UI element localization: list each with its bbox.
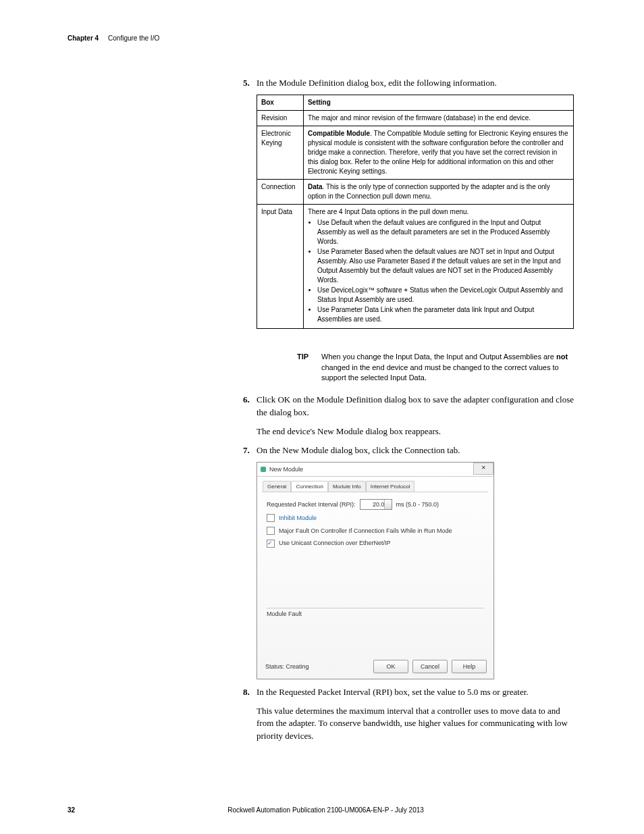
tab-general[interactable]: General: [263, 481, 291, 492]
inhibit-checkbox[interactable]: [267, 514, 275, 522]
ok-button[interactable]: OK: [373, 660, 408, 673]
tip-block: TIP When you change the Input Data, the …: [297, 352, 576, 383]
rpi-input[interactable]: 20.0: [360, 499, 392, 510]
step-5-text: In the Module Definition dialog box, edi…: [257, 77, 576, 89]
step-6-text: Click OK on the Module Definition dialog…: [257, 394, 576, 418]
rpi-range: ms (5.0 - 750.0): [396, 500, 439, 509]
list-item: Use DeviceLogix™ software + Status when …: [317, 286, 569, 305]
step-7: 7. On the New Module dialog box, click t…: [243, 444, 576, 457]
table-row: Input Data There are 4 Input Data option…: [257, 205, 574, 329]
inhibit-label: Inhibit Module: [279, 514, 317, 523]
th-box: Box: [257, 95, 304, 111]
cell-box: Electronic Keying: [257, 126, 304, 180]
major-fault-checkbox[interactable]: [267, 527, 275, 535]
after-step-6-text: The end device's New Module dialog box r…: [257, 425, 576, 438]
help-button[interactable]: Help: [452, 660, 487, 673]
module-fault-label: Module Fault: [267, 610, 302, 617]
cancel-button[interactable]: Cancel: [412, 660, 448, 673]
cell-setting: There are 4 Input Data options in the pu…: [303, 205, 573, 329]
step-5: 5. In the Module Definition dialog box, …: [243, 77, 576, 89]
publication-id: Rockwell Automation Publication 2100-UM0…: [68, 806, 576, 815]
tab-module-info[interactable]: Module Info: [328, 481, 366, 492]
tip-label: TIP: [297, 352, 321, 383]
page-header: Chapter 4 Configure the I/O: [68, 34, 576, 43]
step-8-number: 8.: [243, 686, 257, 698]
list-item: Use Parameter Based when the default val…: [317, 247, 569, 285]
page-number: 32: [68, 806, 75, 815]
step-6: 6. Click OK on the Module Definition dia…: [243, 394, 576, 418]
cell-setting: Data. This is the only type of connectio…: [303, 180, 573, 205]
module-definition-table: Box Setting Revision The major and minor…: [257, 95, 574, 329]
tab-connection[interactable]: Connection: [291, 481, 327, 492]
cell-box: Revision: [257, 111, 304, 126]
cell-box: Connection: [257, 180, 304, 205]
th-setting: Setting: [303, 95, 573, 111]
table-row: Electronic Keying Compatible Module. The…: [257, 126, 574, 180]
step-7-number: 7.: [243, 444, 257, 457]
rpi-label: Requested Packet Interval (RPI):: [267, 500, 356, 509]
step-8: 8. In the Requested Packet Interval (RPI…: [243, 686, 576, 698]
chapter-label: Chapter 4: [68, 34, 99, 42]
step-5-number: 5.: [243, 77, 257, 89]
table-row: Connection Data. This is the only type o…: [257, 180, 574, 205]
list-item: Use Parameter Data Link when the paramet…: [317, 305, 569, 324]
after-step-8-text: This value determines the maximum interv…: [257, 705, 576, 742]
list-item: Use Default when the default values are …: [317, 218, 569, 246]
tab-internet-protocol[interactable]: Internet Protocol: [366, 481, 415, 492]
chapter-title: Configure the I/O: [108, 34, 159, 42]
unicast-checkbox[interactable]: [267, 540, 275, 548]
step-7-text: On the New Module dialog box, click the …: [257, 444, 576, 457]
cell-setting: Compatible Module. The Compatible Module…: [303, 126, 573, 180]
module-fault-group: Module Fault: [267, 608, 484, 647]
table-row: Revision The major and minor revision of…: [257, 111, 574, 126]
step-8-text: In the Requested Packet Interval (RPI) b…: [257, 686, 576, 698]
page-footer: 32 Rockwell Automation Publication 2100-…: [68, 806, 576, 815]
cell-box: Input Data: [257, 205, 304, 329]
tab-strip: General Connection Module Info Internet …: [263, 481, 488, 492]
dialog-title: New Module: [257, 463, 493, 477]
unicast-label: Use Unicast Connection over EtherNet/IP: [279, 539, 391, 548]
tip-text: When you change the Input Data, the Inpu…: [321, 352, 576, 383]
step-6-number: 6.: [243, 394, 257, 418]
cell-setting: The major and minor revision of the firm…: [303, 111, 573, 126]
new-module-dialog: ✕ New Module General Connection Module I…: [257, 462, 494, 679]
status-label: Status: Creating: [265, 662, 309, 671]
major-fault-label: Major Fault On Controller If Connection …: [279, 527, 452, 536]
